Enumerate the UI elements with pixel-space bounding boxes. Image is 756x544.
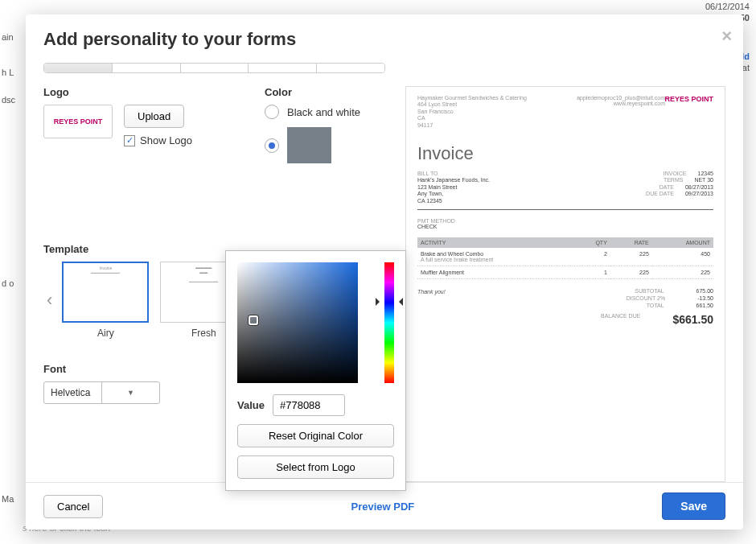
chevron-down-icon: ▼ xyxy=(101,382,159,403)
font-select[interactable]: Helvetica ▼ xyxy=(43,381,160,404)
reset-color-button[interactable]: Reset Original Color xyxy=(237,424,394,447)
color-hex-input[interactable] xyxy=(273,394,345,416)
preview-doc-title: Invoice xyxy=(417,143,713,164)
show-logo-label: Show Logo xyxy=(140,134,192,146)
modal-title: Add personality to your forms xyxy=(43,29,725,50)
template-airy-thumb: Invoice━━━━━━━━━━━━ xyxy=(62,262,149,323)
saturation-value-area[interactable] xyxy=(237,262,358,383)
tab-columns[interactable]: Columns xyxy=(181,64,249,73)
color-swatch[interactable] xyxy=(287,127,331,163)
customize-forms-modal: Add personality to your forms × Style He… xyxy=(26,14,743,530)
font-select-value: Helvetica xyxy=(44,387,101,398)
template-airy[interactable]: Invoice━━━━━━━━━━━━ Airy xyxy=(62,262,149,339)
preview-line-table: ACTIVITY QTY RATE AMOUNT Brake and Wheel… xyxy=(417,237,713,279)
select-from-logo-button[interactable]: Select from Logo xyxy=(237,455,394,479)
logo-thumbnail[interactable]: REYES POINT xyxy=(43,105,113,138)
value-label: Value xyxy=(237,399,265,411)
black-white-radio[interactable] xyxy=(265,105,279,119)
upload-logo-button[interactable]: Upload xyxy=(124,105,184,128)
save-button[interactable]: Save xyxy=(662,492,725,520)
hue-slider[interactable] xyxy=(384,262,394,383)
invoice-preview: Haymaker Gourmet Sandwiches & Catering 4… xyxy=(405,86,725,482)
color-picker-popover: Value Reset Original Color Select from L… xyxy=(225,250,406,491)
show-logo-checkbox[interactable]: ✓ xyxy=(124,135,135,146)
cancel-button[interactable]: Cancel xyxy=(43,495,103,518)
close-icon[interactable]: × xyxy=(721,26,732,47)
modal-header: Add personality to your forms × xyxy=(26,14,743,56)
custom-color-radio[interactable] xyxy=(265,138,279,153)
tab-footer[interactable]: Footer xyxy=(249,64,317,73)
hue-cursor[interactable] xyxy=(382,299,396,304)
tab-more[interactable]: More xyxy=(317,64,384,73)
sv-cursor[interactable] xyxy=(249,315,258,325)
table-row: Brake and Wheel ComboA full service brak… xyxy=(417,248,713,266)
tab-bar: Style Header Columns Footer More xyxy=(43,63,385,73)
table-row: Muffler Alignment 1 225 225 xyxy=(417,266,713,278)
preview-pdf-link[interactable]: Preview PDF xyxy=(351,501,415,513)
template-prev-chevron-icon[interactable]: ‹ xyxy=(43,290,55,311)
tab-header[interactable]: Header xyxy=(113,64,181,73)
tab-style[interactable]: Style xyxy=(44,64,113,73)
preview-logo: REYES POINT xyxy=(664,95,713,103)
black-white-label: Black and white xyxy=(287,106,360,118)
color-section-label: Color xyxy=(265,86,360,98)
